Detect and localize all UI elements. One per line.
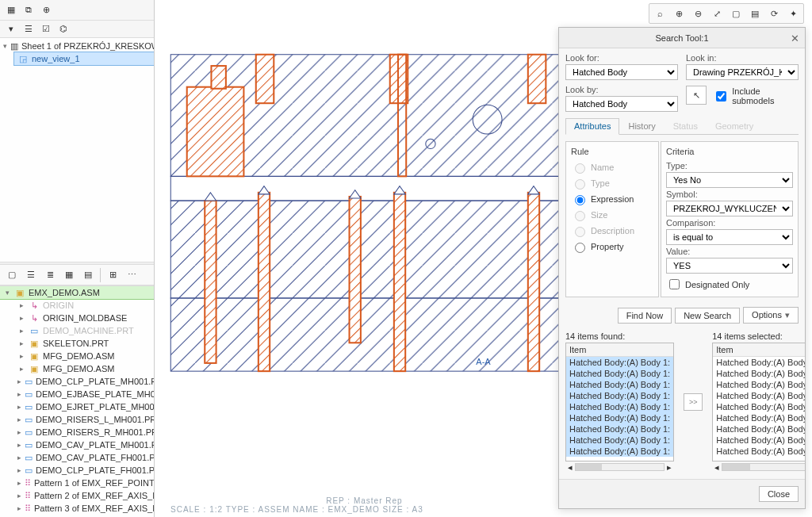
new-search-button[interactable]: New Search: [675, 308, 740, 324]
model-tree-item[interactable]: ▸⠿Pattern 1 of EMX_REF_POINT_PLANE: [14, 477, 154, 489]
list-item[interactable]: Hatched Body:(A) Body 1:: [566, 446, 673, 457]
rule-radio-expression[interactable]: Expression: [571, 191, 653, 207]
expand-icon[interactable]: ▸: [17, 352, 25, 360]
expand-icon[interactable]: ▾: [3, 289, 11, 297]
pick-pointer-button[interactable]: ↖: [686, 86, 707, 105]
list-item[interactable]: Hatched Body:(A) Body 1:: [566, 423, 673, 435]
layout-icon[interactable]: ⊞: [105, 268, 120, 282]
more-icon[interactable]: ⋯: [124, 268, 139, 282]
model-tree-item[interactable]: ▸▭DEMO_MACHINE.PRT: [14, 324, 154, 337]
model-tree-item[interactable]: ▸▭DEMO_CLP_PLATE_FH001.PRT: [14, 464, 154, 477]
model-tree-item[interactable]: ▸▭DEMO_CLP_PLATE_MH001.PRT: [14, 375, 154, 388]
type-select[interactable]: Yes No: [666, 172, 793, 188]
expand-icon[interactable]: ▸: [17, 454, 21, 461]
model-tree-item[interactable]: ▸▭DEMO_EJRET_PLATE_MH001.PRT: [14, 400, 154, 413]
expand-icon[interactable]: ▸: [17, 377, 21, 385]
axes-icon[interactable]: ✦: [784, 6, 802, 21]
list-item[interactable]: Hatched Body:(A) Body 1:(: [713, 401, 805, 412]
found-list-header[interactable]: Item: [566, 343, 673, 357]
collapse-icon[interactable]: ▾: [5, 23, 17, 36]
list-item[interactable]: Hatched Body:(A) Body 1:: [566, 435, 673, 446]
list-item[interactable]: Hatched Body:(A) Body 1:: [566, 401, 673, 412]
radio-input[interactable]: [575, 195, 585, 205]
list-item[interactable]: Hatched Body:(A) Body 1:(: [713, 379, 805, 390]
refresh-icon[interactable]: ⟳: [765, 6, 783, 21]
zoom-fit-icon[interactable]: ⤢: [708, 6, 726, 21]
add-sheet-icon[interactable]: ⊕: [40, 4, 52, 17]
model-tree-item[interactable]: ▸↳ORIGIN_MOLDBASE: [14, 312, 154, 324]
expand-icon[interactable]: ▾: [3, 42, 7, 50]
drawing-tree-view[interactable]: ◲ new_view_1: [14, 52, 154, 65]
expand-icon[interactable]: ▸: [17, 416, 21, 423]
close-button[interactable]: Close: [759, 486, 799, 502]
expand-icon[interactable]: ▸: [17, 466, 21, 474]
model-tree-item[interactable]: ▸↳ORIGIN: [14, 299, 154, 312]
model-tree-item[interactable]: ▸▭DEMO_RISERS_L_MH001.PRT: [14, 413, 154, 426]
close-icon[interactable]: ✕: [787, 31, 802, 45]
expand-icon[interactable]: ▸: [17, 403, 21, 411]
comparison-select[interactable]: is equal to: [666, 229, 793, 245]
model-tree-item[interactable]: ▸⠿Pattern 3 of EMX_REF_AXIS_PLANE_A: [14, 502, 154, 515]
list-item[interactable]: Hatched Body:(A) Body 1:: [566, 379, 673, 390]
found-listbox[interactable]: Item Hatched Body:(A) Body 1:Hatched Bod…: [565, 343, 674, 461]
rule-radio-property[interactable]: Property: [571, 239, 653, 255]
list-item[interactable]: Hatched Body:(A) Body 1:: [566, 368, 673, 379]
tab-history[interactable]: History: [619, 118, 664, 134]
model-tree-item[interactable]: ▸⠿Pattern 2 of EMX_REF_AXIS_PLANE: [14, 489, 154, 502]
look-by-select[interactable]: Hatched Body: [565, 96, 678, 112]
symbol-select[interactable]: PRZEKROJ_WYKLUCZENIE: [666, 201, 793, 216]
model-tree-item[interactable]: ▸▭DEMO_CAV_PLATE_MH001.PRT: [14, 438, 154, 451]
designated-checkbox[interactable]: [669, 279, 680, 289]
list-item[interactable]: Hatched Body:(A) Body 1:(: [713, 357, 805, 368]
drawing-tree-root[interactable]: ▾ ▥ Sheet 1 of PRZEKRÓJ_KRESKOWANIE.DRW: [0, 40, 154, 52]
look-in-select[interactable]: Drawing PRZEKRÓJ_KRESKOWANIE: [686, 64, 799, 80]
grid-icon[interactable]: ▦: [62, 268, 76, 282]
include-submodels-checkbox[interactable]: [716, 91, 726, 101]
table-icon[interactable]: ▤: [81, 268, 95, 282]
selected-list-header[interactable]: Item: [713, 343, 805, 357]
options-button[interactable]: Options▾: [743, 307, 799, 324]
list-item[interactable]: Hatched Body:(A) Body 1:(: [713, 368, 805, 379]
list-item[interactable]: Hatched Body:(A) Body 1:(: [713, 390, 805, 401]
zoom-window-icon[interactable]: ⌕: [651, 6, 668, 21]
search-title-bar[interactable]: Search Tool:1 ✕: [559, 28, 805, 48]
model-tree-item[interactable]: ▸▭DEMO_CAV_PLATE_FH001.PRT: [14, 451, 154, 464]
selected-listbox[interactable]: Item Hatched Body:(A) Body 1:(Hatched Bo…: [712, 343, 805, 461]
expand-icon[interactable]: ▸: [17, 479, 21, 487]
selected-hscroll[interactable]: ◂▸: [712, 461, 805, 473]
found-hscroll[interactable]: ◂▸: [565, 461, 674, 473]
move-right-button[interactable]: >>: [684, 393, 703, 411]
list-item[interactable]: Hatched Body:(A) Body 1:(: [713, 423, 805, 435]
list-item[interactable]: Hatched Body:(A) Body 1:(: [713, 412, 805, 423]
page-icon[interactable]: ▤: [746, 6, 764, 21]
model-tree-item[interactable]: ▸▣SKELETON.PRT: [14, 337, 154, 350]
checklist-icon[interactable]: ☑: [40, 23, 52, 36]
model-tree-item[interactable]: ▸▭DEMO_RISERS_R_MH001.PRT: [14, 426, 154, 438]
tab-attributes[interactable]: Attributes: [565, 118, 619, 135]
list-icon[interactable]: ☰: [24, 268, 38, 282]
radio-input[interactable]: [575, 243, 585, 253]
model-tree-item[interactable]: ▸▣MFG_DEMO.ASM: [14, 362, 154, 375]
duplicate-icon[interactable]: ⧉: [22, 4, 35, 17]
expand-icon[interactable]: ▸: [17, 365, 25, 373]
model-tree-root[interactable]: ▾▣EMX_DEMO.ASM: [0, 286, 154, 299]
expand-icon[interactable]: ▸: [17, 301, 25, 309]
layers-icon[interactable]: ▦: [5, 4, 17, 17]
expand-icon[interactable]: ▸: [17, 339, 25, 347]
look-for-select[interactable]: Hatched Body: [565, 64, 678, 80]
value-select[interactable]: YES: [666, 258, 793, 274]
view-box-icon[interactable]: ▢: [727, 6, 745, 21]
expand-icon[interactable]: ▸: [17, 314, 25, 322]
list-icon[interactable]: ☰: [22, 23, 35, 36]
zoom-in-icon[interactable]: ⊕: [670, 6, 688, 21]
numbered-list-icon[interactable]: ≣: [43, 268, 57, 282]
list-item[interactable]: Hatched Body:(A) Body 1:: [566, 412, 673, 423]
list-item[interactable]: Hatched Body:(A) Body 1:: [566, 357, 673, 368]
box-icon[interactable]: ▢: [5, 268, 19, 282]
expand-icon[interactable]: ▸: [17, 428, 21, 436]
model-tree-item[interactable]: ▸▭DEMO_EJBASE_PLATE_MH001.PRT: [14, 388, 154, 400]
expand-icon[interactable]: ▸: [17, 441, 21, 449]
expand-icon[interactable]: ▸: [17, 492, 21, 500]
tree-icon[interactable]: ⌬: [57, 23, 70, 36]
list-item[interactable]: Hatched Body:(A) Body 1:(: [713, 435, 805, 446]
